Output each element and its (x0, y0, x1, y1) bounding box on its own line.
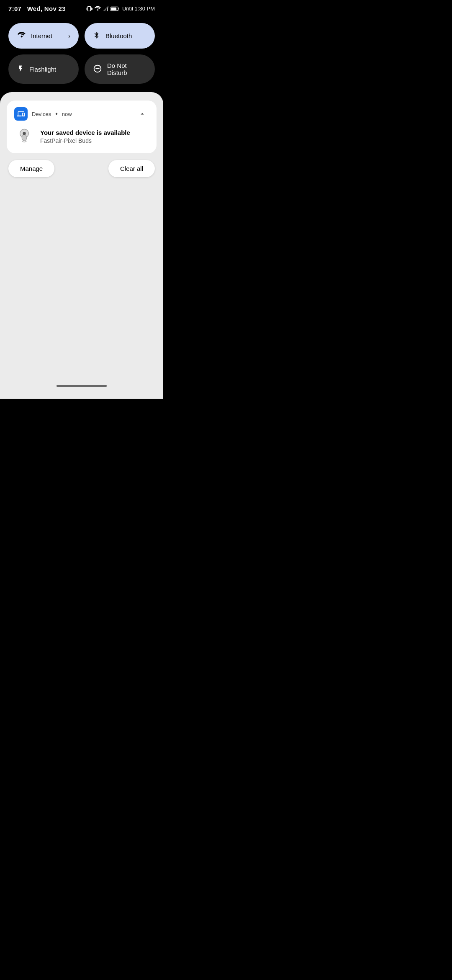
svg-point-3 (22, 135, 27, 141)
home-indicator (7, 378, 157, 390)
status-right-area: Until 1:30 PM (86, 5, 155, 12)
bluetooth-label: Bluetooth (105, 32, 132, 39)
flashlight-qs-icon (17, 64, 24, 75)
internet-chevron-icon: › (68, 33, 70, 39)
battery-icon (110, 6, 120, 12)
notif-subtitle: FastPair-Pixel Buds (40, 137, 130, 144)
status-time: 7:07 (8, 5, 21, 12)
notif-app-icon (14, 107, 28, 121)
notification-card[interactable]: Devices • now Your save (7, 101, 157, 153)
internet-tile[interactable]: Internet › (8, 23, 79, 49)
notification-area: Devices • now Your save (0, 92, 163, 399)
notif-app-name: Devices (32, 111, 51, 117)
manage-button[interactable]: Manage (8, 160, 54, 177)
bluetooth-tile[interactable]: Bluetooth (85, 23, 155, 49)
notif-action-buttons: Manage Clear all (7, 160, 157, 177)
quick-settings-grid: Internet › Bluetooth Flashlight Do Not D… (0, 15, 163, 92)
status-date: Wed, Nov 23 (27, 5, 66, 12)
dnd-qs-icon (93, 64, 102, 75)
wifi-icon (94, 5, 101, 12)
notif-title: Your saved device is available (40, 129, 130, 136)
status-bar: 7:07 Wed, Nov 23 Until (0, 0, 163, 15)
internet-label: Internet (31, 32, 52, 39)
dnd-tile[interactable]: Do Not Disturb (85, 54, 155, 84)
svg-rect-1 (111, 7, 116, 10)
dnd-label: Do Not Disturb (107, 62, 146, 76)
notif-time: now (62, 111, 72, 117)
notification-header: Devices • now (14, 107, 149, 121)
battery-time-label: Until 1:30 PM (122, 5, 155, 12)
status-icons (86, 5, 120, 12)
notification-content: Your saved device is available FastPair-… (14, 126, 149, 147)
notif-expand-button[interactable] (136, 107, 149, 121)
vibrate-icon (86, 5, 92, 12)
signal-icon (103, 5, 109, 12)
wifi-qs-icon (17, 31, 26, 41)
notif-header-left: Devices • now (14, 107, 72, 121)
flashlight-label: Flashlight (29, 66, 56, 73)
notif-dot: • (55, 110, 58, 118)
home-bar (56, 385, 107, 387)
svg-point-4 (23, 132, 26, 135)
pixel-buds-icon (14, 126, 34, 147)
bluetooth-qs-icon (93, 31, 100, 41)
notif-text-block: Your saved device is available FastPair-… (40, 129, 130, 144)
clear-all-button[interactable]: Clear all (108, 160, 155, 177)
status-time-date: 7:07 Wed, Nov 23 (8, 5, 66, 12)
flashlight-tile[interactable]: Flashlight (8, 54, 79, 84)
